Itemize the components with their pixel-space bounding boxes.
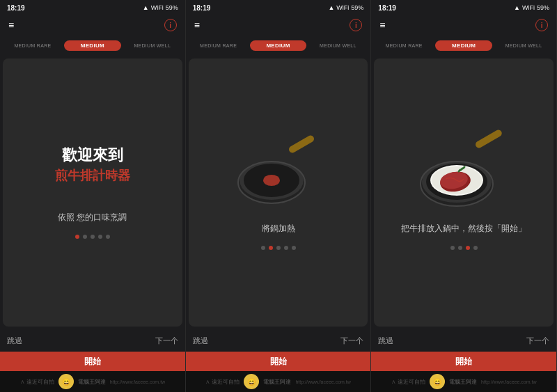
pan-svg-empty (233, 135, 324, 212)
wifi-icon-2: WiFi (336, 4, 349, 11)
start-bar-1[interactable]: 開始 (0, 352, 185, 371)
signal-icon: ▲ (143, 4, 149, 11)
dot2-1 (261, 246, 265, 250)
bottom-buttons-2: 跳過 下一个 (186, 329, 371, 352)
bottom-buttons-3: 跳過 下一个 (371, 329, 556, 352)
watermark-text-3: 電腦王阿達 (449, 378, 477, 386)
battery-icon-3: 59% (537, 4, 549, 11)
tab-medium-rare-3[interactable]: MEDIUM RARE (375, 41, 432, 50)
start-bar-2[interactable]: 開始 (186, 352, 371, 371)
dot-1 (75, 235, 79, 239)
watermark-icon-3: 😄 (430, 374, 445, 389)
tab-bar-2: MEDIUM RARE MEDIUM MEDIUM WELL (186, 35, 371, 56)
tab-medium-rare-2[interactable]: MEDIUM RARE (190, 41, 247, 50)
tab-medium-well-3[interactable]: MEDIUM WELL (495, 41, 552, 50)
dot-4 (98, 235, 102, 239)
status-bar-2: 18:19 ▲ WiFi 59% (186, 0, 371, 15)
start-button-2[interactable]: 開始 (270, 356, 287, 368)
hamburger-icon-1[interactable]: ≡ (8, 19, 14, 31)
next-button-1[interactable]: 下一个 (155, 336, 178, 346)
pan-illustration-steak (418, 135, 509, 212)
dot3-3 (466, 246, 470, 250)
status-icons-3: ▲ WiFi 59% (514, 4, 549, 11)
start-button-3[interactable]: 開始 (455, 356, 472, 368)
welcome-title: 歡迎來到 (62, 146, 123, 164)
info-icon-1[interactable]: i (164, 19, 177, 31)
watermark-icon-1: 😄 (58, 374, 74, 389)
header-bar-1: ≡ i (0, 15, 185, 35)
phone-panel-2: 18:19 ▲ WiFi 59% ≡ i MEDIUM RARE MEDIUM … (186, 0, 372, 392)
status-bar-3: 18:19 ▲ WiFi 59% (371, 0, 556, 15)
watermark-text-2: 電腦王阿達 (263, 378, 291, 386)
watermark-1: ∧ 遠近可自拍 😄 電腦王阿達 http://www.faceee.com.tw (0, 371, 185, 392)
tab-medium-1[interactable]: MEDIUM (64, 40, 121, 51)
phone-panel-3: 18:19 ▲ WiFi 59% ≡ i MEDIUM RARE MEDIUM … (371, 0, 557, 392)
dots-indicator-2 (261, 246, 296, 250)
battery-icon-2: 59% (351, 4, 363, 11)
dot2-5 (292, 246, 296, 250)
dot2-2 (269, 246, 273, 250)
dot2-3 (276, 246, 281, 250)
watermark-icon-2: 😄 (244, 374, 259, 389)
dot2-4 (284, 246, 288, 250)
hamburger-icon-2[interactable]: ≡ (194, 19, 200, 31)
status-bar-1: 18:19 ▲ WiFi 59% (0, 0, 185, 15)
status-icons-2: ▲ WiFi 59% (328, 4, 363, 11)
dot3-2 (458, 246, 462, 250)
tab-bar-3: MEDIUM RARE MEDIUM MEDIUM WELL (371, 35, 556, 56)
wifi-icon: WiFi (151, 4, 164, 11)
dots-indicator-1 (75, 235, 110, 239)
panel1-desc: 依照 您的口味烹調 (58, 212, 127, 224)
panel3-desc: 把牛排放入鍋中，然後按「開始」 (401, 223, 526, 235)
status-time-2: 18:19 (193, 4, 211, 12)
info-icon-3[interactable]: i (535, 19, 548, 31)
tab-bar-1: MEDIUM RARE MEDIUM MEDIUM WELL (0, 35, 185, 56)
tab-medium-well-1[interactable]: MEDIUM WELL (124, 41, 181, 50)
next-button-2[interactable]: 下一个 (340, 336, 363, 346)
dots-indicator-3 (450, 246, 478, 250)
header-bar-2: ≡ i (186, 15, 371, 35)
signal-icon-2: ▲ (328, 4, 334, 11)
svg-point-4 (263, 175, 280, 186)
tab-medium-well-2[interactable]: MEDIUM WELL (309, 41, 366, 50)
dot3-4 (473, 246, 478, 250)
header-bar-3: ≡ i (371, 15, 556, 35)
signal-icon-3: ▲ (514, 4, 520, 11)
dot3-1 (450, 246, 455, 250)
tab-medium-3[interactable]: MEDIUM (435, 40, 492, 51)
watermark-2: ∧ 遠近可自拍 😄 電腦王阿達 http://www.faceee.com.tw (186, 371, 371, 392)
info-icon-2[interactable]: i (350, 19, 362, 31)
bottom-buttons-1: 跳過 下一个 (0, 329, 185, 352)
skip-button-3[interactable]: 跳過 (378, 336, 393, 346)
start-bar-3[interactable]: 開始 (371, 352, 556, 371)
start-button-1[interactable]: 開始 (84, 356, 101, 368)
skip-button-2[interactable]: 跳過 (193, 336, 208, 346)
tab-medium-rare-1[interactable]: MEDIUM RARE (4, 41, 61, 50)
status-time-1: 18:19 (7, 4, 25, 12)
hamburger-icon-3[interactable]: ≡ (379, 19, 385, 31)
dot-2 (83, 235, 87, 239)
dot-5 (106, 235, 110, 239)
main-card-2: 將鍋加熱 (189, 58, 368, 327)
skip-button-1[interactable]: 跳過 (7, 336, 22, 346)
welcome-subtitle: 煎牛排計時器 (55, 167, 130, 184)
svg-rect-6 (474, 129, 503, 150)
pan-svg-steak (415, 132, 512, 215)
main-card-1: 歡迎來到 煎牛排計時器 依照 您的口味烹調 (3, 58, 182, 327)
watermark-text-1: 電腦王阿達 (78, 378, 106, 386)
status-time-3: 18:19 (378, 4, 396, 12)
tab-medium-2[interactable]: MEDIUM (250, 40, 307, 51)
wifi-icon-3: WiFi (522, 4, 535, 11)
battery-icon: 59% (166, 4, 178, 11)
status-icons-1: ▲ WiFi 59% (143, 4, 178, 11)
next-button-3[interactable]: 下一个 (526, 336, 549, 346)
pan-illustration-empty (233, 135, 324, 212)
main-card-3: 把牛排放入鍋中，然後按「開始」 (374, 58, 554, 327)
dot-3 (91, 235, 95, 239)
watermark-3: ∧ 遠近可自拍 😄 電腦王阿達 http://www.faceee.com.tw (371, 371, 556, 392)
panel2-desc: 將鍋加熱 (262, 223, 295, 235)
svg-rect-0 (288, 134, 315, 155)
phone-panel-1: 18:19 ▲ WiFi 59% ≡ i MEDIUM RARE MEDIUM … (0, 0, 186, 392)
